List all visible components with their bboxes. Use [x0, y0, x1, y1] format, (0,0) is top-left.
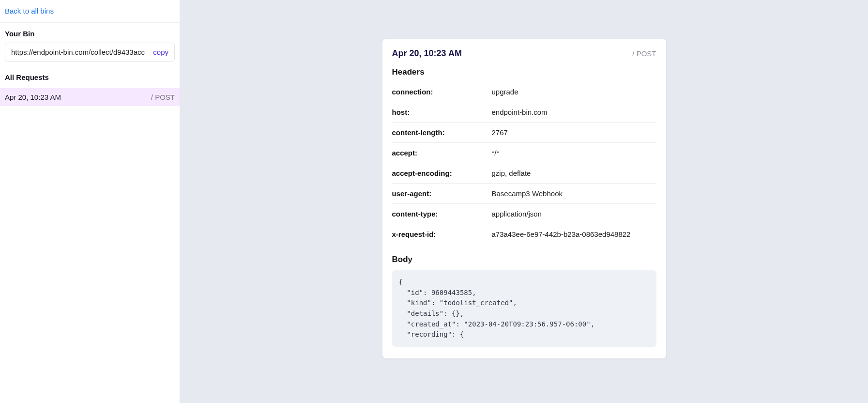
your-bin-section: Your Bin https://endpoint-bin.com/collec…	[0, 23, 180, 66]
all-requests-label: All Requests	[5, 73, 175, 81]
your-bin-label: Your Bin	[5, 30, 175, 38]
request-detail-card: Apr 20, 10:23 AM / POST Headers connecti…	[382, 39, 666, 358]
request-list-item[interactable]: Apr 20, 10:23 AM / POST	[0, 88, 180, 106]
headers-heading: Headers	[392, 67, 656, 77]
body-content: { "id": 9609443585, "kind": "todolist_cr…	[392, 270, 656, 347]
main-panel: Apr 20, 10:23 AM / POST Headers connecti…	[180, 0, 868, 403]
header-row: accept-encoding:gzip, deflate	[392, 163, 656, 184]
back-link-row: Back to all bins	[0, 0, 180, 23]
header-key: content-length:	[392, 128, 492, 137]
all-requests-section: All Requests	[0, 66, 180, 88]
header-value: endpoint-bin.com	[492, 108, 656, 116]
request-item-time: Apr 20, 10:23 AM	[5, 93, 61, 101]
header-key: user-agent:	[392, 189, 492, 198]
header-value: a73a43ee-6e97-442b-b23a-0863ed948822	[492, 230, 656, 238]
header-key: connection:	[392, 88, 492, 96]
header-row: content-type:application/json	[392, 204, 656, 224]
header-key: accept-encoding:	[392, 169, 492, 177]
requests-list: Apr 20, 10:23 AM / POST	[0, 88, 180, 106]
header-value: gzip, deflate	[492, 169, 656, 177]
header-key: content-type:	[392, 210, 492, 218]
header-row: content-length:2767	[392, 123, 656, 143]
header-row: accept:*/*	[392, 143, 656, 163]
header-key: host:	[392, 108, 492, 116]
request-item-method: / POST	[151, 93, 175, 101]
header-row: connection:upgrade	[392, 82, 656, 102]
headers-table: connection:upgradehost:endpoint-bin.comc…	[392, 82, 656, 244]
header-key: x-request-id:	[392, 230, 492, 238]
card-header: Apr 20, 10:23 AM / POST	[392, 48, 656, 59]
bin-url-box: https://endpoint-bin.com/collect/d9433ac…	[5, 43, 175, 62]
header-value: */*	[492, 149, 656, 157]
header-value: application/json	[492, 210, 656, 218]
body-heading: Body	[392, 255, 656, 264]
header-key: accept:	[392, 149, 492, 157]
header-value: Basecamp3 Webhook	[492, 189, 656, 198]
bin-url-text: https://endpoint-bin.com/collect/d9433ac…	[11, 48, 148, 56]
header-row: x-request-id:a73a43ee-6e97-442b-b23a-086…	[392, 224, 656, 244]
back-to-bins-link[interactable]: Back to all bins	[5, 7, 54, 15]
sidebar: Back to all bins Your Bin https://endpoi…	[0, 0, 180, 403]
header-value: upgrade	[492, 88, 656, 96]
header-row: user-agent:Basecamp3 Webhook	[392, 184, 656, 204]
copy-button[interactable]: copy	[153, 48, 168, 56]
detail-timestamp: Apr 20, 10:23 AM	[392, 48, 462, 59]
detail-method: / POST	[632, 49, 656, 58]
header-value: 2767	[492, 128, 656, 137]
header-row: host:endpoint-bin.com	[392, 102, 656, 123]
